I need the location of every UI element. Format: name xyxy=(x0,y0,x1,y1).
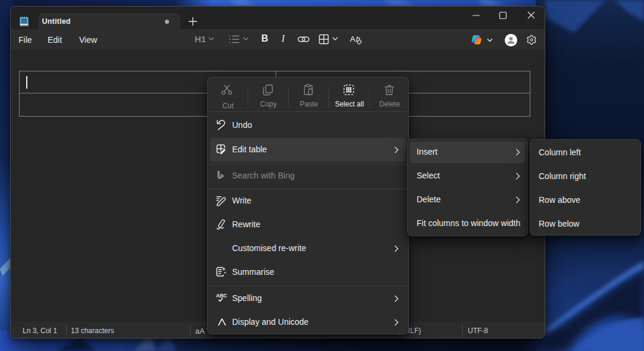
svg-text:ABC: ABC xyxy=(216,293,227,299)
